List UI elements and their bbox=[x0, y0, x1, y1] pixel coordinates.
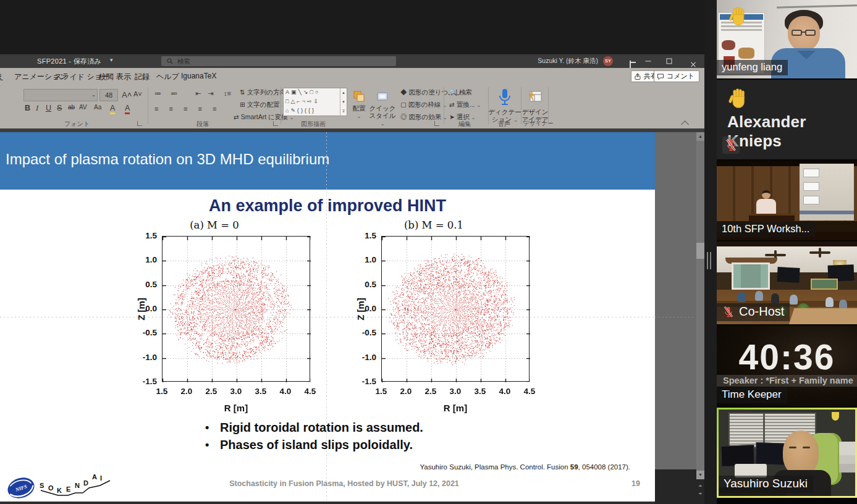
document-title: SFP2021 - 保存済み bbox=[37, 57, 101, 66]
quick-styles-icon bbox=[376, 90, 389, 103]
grow-font-button[interactable]: A˄ bbox=[122, 90, 132, 99]
bullet-item: Phases of island slips poloidally. bbox=[204, 436, 423, 453]
shape-outline-button[interactable]: ▢ 図形の枠線 ⌄ bbox=[400, 101, 447, 109]
italic-button[interactable]: I bbox=[36, 104, 38, 113]
participant-tile-sfp-workshop[interactable]: 10th SFP Worksh... bbox=[717, 161, 857, 240]
drawing-dialog-launcher[interactable] bbox=[434, 121, 439, 126]
participant-tile-time-keeper[interactable]: 40:36 Speaker : *First + Family name Tim… bbox=[717, 326, 857, 406]
plot-frame-1 bbox=[162, 236, 310, 382]
search-input[interactable]: 検索 bbox=[161, 56, 396, 66]
ribbon-tab-4[interactable]: 表示 bbox=[116, 72, 131, 82]
comment-button[interactable]: コメント bbox=[654, 70, 699, 82]
bold-button[interactable]: B bbox=[25, 104, 30, 112]
underline-button[interactable]: U bbox=[46, 104, 51, 112]
ceiling-fan bbox=[765, 254, 786, 256]
raised-hand-icon bbox=[727, 87, 750, 111]
ribbon-tab-partial[interactable]: え bbox=[0, 72, 4, 82]
font-color-button[interactable]: A bbox=[125, 104, 130, 114]
poincare-plot-canvas-1 bbox=[163, 237, 311, 382]
x-tick-label: 2.5 bbox=[420, 387, 441, 396]
ribbon-tab-6[interactable]: ヘルプ bbox=[156, 72, 179, 82]
account-avatar[interactable]: SY bbox=[603, 56, 613, 66]
participant-tile-co-host[interactable]: Co-Host bbox=[717, 242, 857, 324]
windows bbox=[732, 262, 770, 290]
autosave-dropdown-icon[interactable]: ▾ bbox=[110, 57, 113, 63]
collapse-ribbon-button[interactable] bbox=[681, 120, 689, 128]
strikethrough-button[interactable]: S bbox=[57, 104, 62, 112]
participant-tile-alexander-knieps[interactable]: Alexander Knieps bbox=[717, 80, 857, 159]
dictation-mic-icon[interactable] bbox=[497, 88, 513, 107]
font-dialog-launcher[interactable] bbox=[137, 121, 142, 126]
slide-title-band: Impact of plasma rotation on 3D MHD equi… bbox=[0, 132, 655, 190]
panel-resize-handle[interactable] bbox=[707, 252, 712, 269]
shapes-row-2[interactable]: □△⌐¬⇨⇩ bbox=[285, 98, 320, 104]
powerpoint-titlebar: SFP2021 - 保存済み ▾ 検索 Suzuki Y. (鈴木 康浩) SY bbox=[0, 54, 704, 68]
y-axis-label: Z [m] bbox=[355, 291, 366, 328]
comment-icon bbox=[657, 73, 664, 80]
font-size-combobox[interactable]: 48 bbox=[99, 89, 118, 101]
muted-mic-icon bbox=[722, 305, 735, 319]
slide-footer: Stochasticity in Fusion Plasma, Hosted b… bbox=[184, 479, 505, 488]
shapes-gallery[interactable]: A▣╲↘□○ □△⌐¬⇨⇩ ⌂✎()({} ▲▼⊽ bbox=[283, 88, 347, 116]
svg-text:S: S bbox=[40, 482, 44, 489]
text-align-button[interactable]: ⊞ 文字の配置 ⌄ bbox=[240, 101, 285, 109]
desktop-background bbox=[0, 0, 717, 54]
logo-area: NIFS SOKENDAI bbox=[6, 469, 124, 502]
scroll-down-button[interactable]: ▼ bbox=[696, 471, 704, 479]
scroll-up-button[interactable]: ▲ bbox=[696, 132, 704, 141]
minimize-button[interactable] bbox=[638, 54, 659, 68]
replace-button[interactable]: ⇄ 置換... ⌄ bbox=[449, 101, 481, 109]
y-tick-label: 0.5 bbox=[354, 280, 376, 289]
alignment-buttons[interactable]: ≡ ≡ ≡ ≡ ≡ bbox=[154, 105, 221, 112]
clear-formatting-button[interactable]: ab bbox=[68, 104, 75, 111]
slide-scrollbar-track[interactable] bbox=[696, 132, 704, 479]
font-name-combobox[interactable]: ⌄ bbox=[23, 89, 98, 101]
account-name[interactable]: Suzuki Y. (鈴木 康浩) bbox=[538, 57, 598, 65]
shrink-font-button[interactable]: A˅ bbox=[133, 90, 142, 98]
ribbon-tab-5[interactable]: 記録 bbox=[135, 72, 150, 82]
design-ideas-icon[interactable] bbox=[526, 88, 544, 106]
muted-mic-icon bbox=[722, 136, 740, 154]
shape-effects-button[interactable]: ◎ 図形の効果 ⌄ bbox=[400, 113, 447, 122]
find-button[interactable]: 🔍 検索 bbox=[449, 88, 472, 97]
participant-tile-yasuhiro-suzuki-active[interactable]: Yasuhiro Suzuki bbox=[717, 408, 857, 498]
arrange-icon bbox=[352, 90, 366, 103]
close-button[interactable] bbox=[680, 54, 701, 68]
maximize-button[interactable] bbox=[659, 54, 680, 68]
drawing-group-label: 図形描画 bbox=[301, 120, 326, 128]
previous-next-slide-buttons[interactable]: ⏶⏷ bbox=[696, 482, 704, 498]
page-number: 19 bbox=[618, 479, 640, 488]
x-tick-label: 4.0 bbox=[275, 387, 296, 396]
slide-title: Impact of plasma rotation on 3D MHD equi… bbox=[6, 151, 329, 168]
participant-name-label: Co-Host bbox=[717, 303, 790, 321]
y-tick-label: -0.5 bbox=[135, 328, 157, 337]
quick-styles-button[interactable]: クイックスタイル ⌄ bbox=[368, 104, 397, 128]
shapes-row-1[interactable]: A▣╲↘□○ bbox=[285, 89, 320, 95]
line-spacing-button[interactable]: ↕≡ bbox=[224, 90, 231, 97]
comment-label: コメント bbox=[667, 72, 694, 80]
bullet-list-button[interactable]: ≔ ≕ bbox=[154, 90, 181, 98]
paragraph-dialog-launcher[interactable] bbox=[273, 121, 278, 126]
y-tick-label: 1.5 bbox=[135, 231, 157, 240]
countdown-timer: 40:36 bbox=[717, 337, 857, 377]
ribbon-tab-row: え アニメーションスライド ショー校閲表示記録ヘルプIguanaTeX 共有 コ… bbox=[0, 68, 704, 85]
highlight-color-button[interactable]: A bbox=[110, 104, 115, 114]
search-icon bbox=[167, 58, 173, 64]
font-group-label: フォント bbox=[64, 120, 90, 128]
raised-hand-icon bbox=[727, 6, 749, 28]
indent-buttons[interactable]: ⇤ ⇥ bbox=[195, 90, 216, 98]
scrollbar-thumb[interactable] bbox=[696, 243, 704, 259]
shapes-row-3[interactable]: ⌂✎()({} bbox=[285, 107, 316, 114]
ribbon-tab-3[interactable]: 校閲 bbox=[99, 72, 114, 82]
ribbon-display-options-button[interactable] bbox=[619, 54, 640, 68]
bullet-item: Rigid toroidal rotation is assumed. bbox=[204, 419, 423, 436]
character-spacing-button[interactable]: AV bbox=[79, 104, 87, 111]
screen: SFP2021 - 保存済み ▾ 検索 Suzuki Y. (鈴木 康浩) SY… bbox=[0, 0, 857, 504]
participant-face bbox=[788, 16, 820, 51]
ribbon-tab-7[interactable]: IguanaTeX bbox=[181, 72, 216, 80]
x-tick-label: 3.5 bbox=[250, 387, 271, 396]
svg-text:I: I bbox=[100, 474, 102, 482]
participant-tile-yunfeng-liang[interactable]: yunfeng liang bbox=[717, 0, 857, 78]
change-case-button[interactable]: Aa bbox=[94, 104, 101, 111]
participant-face bbox=[783, 430, 819, 475]
